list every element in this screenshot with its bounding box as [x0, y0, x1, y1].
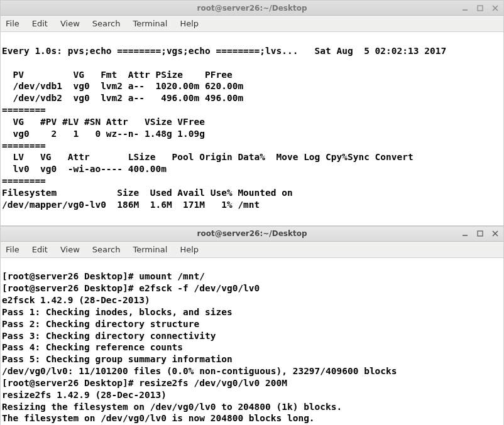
term-line: Resizing the filesystem on /dev/vg0/lv0 … — [2, 402, 342, 412]
maximize-icon[interactable] — [474, 3, 486, 13]
terminal-output-front[interactable]: [root@server26 Desktop]# umount /mnt/ [r… — [1, 258, 503, 426]
window-title-front: root@server26:~/Desktop — [1, 229, 503, 238]
close-icon[interactable] — [490, 3, 501, 13]
term-line: /dev/vdb2 vg0 lvm2 a-- 496.00m 496.00m — [2, 93, 243, 103]
term-line: Every 1.0s: pvs;echo ========;vgs;echo =… — [2, 46, 446, 56]
minimize-icon[interactable] — [459, 3, 471, 13]
term-line: PV VG Fmt Attr PSize PFree — [2, 70, 233, 80]
term-line: /dev/vg0/lv0: 11/101200 files (0.0% non-… — [2, 366, 397, 376]
term-line: VG #PV #LV #SN Attr VSize VFree — [2, 117, 205, 127]
menu-view[interactable]: View — [60, 245, 80, 254]
menu-file[interactable]: File — [6, 245, 19, 254]
svg-rect-1 — [478, 6, 483, 11]
term-line: /dev/vdb1 vg0 lvm2 a-- 1020.00m 620.00m — [2, 81, 243, 91]
term-line: ======== — [2, 141, 46, 151]
term-line: Pass 3: Checking directory connectivity — [2, 331, 216, 341]
term-line: [root@server26 Desktop]# umount /mnt/ — [2, 271, 205, 281]
close-icon[interactable] — [490, 229, 501, 239]
titlebar-front[interactable]: root@server26:~/Desktop — [1, 227, 503, 242]
menu-search[interactable]: Search — [92, 19, 121, 28]
term-line: Pass 1: Checking inodes, blocks, and siz… — [2, 307, 233, 317]
menu-search[interactable]: Search — [92, 245, 121, 254]
titlebar-back[interactable]: root@server26:~/Desktop — [1, 1, 503, 16]
maximize-icon[interactable] — [474, 229, 486, 239]
menubar-front: File Edit View Search Terminal Help — [1, 242, 503, 258]
term-line: ======== — [2, 176, 46, 186]
term-line: Pass 2: Checking directory structure — [2, 319, 199, 329]
terminal-output-back[interactable]: Every 1.0s: pvs;echo ========;vgs;echo =… — [1, 32, 503, 225]
term-line: LV VG Attr LSize Pool Origin Data% Move … — [2, 152, 414, 162]
menu-file[interactable]: File — [6, 19, 19, 28]
term-line: lv0 vg0 -wi-ao---- 400.00m — [2, 164, 167, 174]
term-line: [root@server26 Desktop]# e2fsck -f /dev/… — [2, 283, 260, 293]
menu-help[interactable]: Help — [180, 19, 199, 28]
menubar-back: File Edit View Search Terminal Help — [1, 16, 503, 32]
terminal-window-front: root@server26:~/Desktop File Edit View S… — [0, 226, 504, 426]
term-line: resize2fs 1.42.9 (28-Dec-2013) — [2, 390, 167, 400]
terminal-window-back: root@server26:~/Desktop File Edit View S… — [0, 0, 504, 226]
window-buttons-front — [459, 229, 501, 239]
term-line: Filesystem Size Used Avail Use% Mounted … — [2, 188, 293, 198]
svg-rect-5 — [478, 231, 483, 236]
term-line: Pass 5: Checking group summary informati… — [2, 354, 233, 364]
term-line: ======== — [2, 105, 46, 115]
term-line: Pass 4: Checking reference counts — [2, 342, 183, 352]
menu-terminal[interactable]: Terminal — [133, 245, 167, 254]
minimize-icon[interactable] — [459, 229, 471, 239]
menu-edit[interactable]: Edit — [32, 245, 48, 254]
term-line: vg0 2 1 0 wz--n- 1.48g 1.09g — [2, 129, 205, 139]
window-title-back: root@server26:~/Desktop — [1, 4, 503, 13]
window-buttons-back — [459, 3, 501, 13]
term-line: e2fsck 1.42.9 (28-Dec-2013) — [2, 295, 150, 305]
menu-view[interactable]: View — [60, 19, 80, 28]
menu-terminal[interactable]: Terminal — [133, 19, 167, 28]
menu-edit[interactable]: Edit — [32, 19, 48, 28]
term-line: The filesystem on /dev/vg0/lv0 is now 20… — [2, 413, 315, 423]
menu-help[interactable]: Help — [180, 245, 199, 254]
term-line: /dev/mapper/vg0-lv0 186M 1.6M 171M 1% /m… — [2, 200, 260, 210]
term-line: [root@server26 Desktop]# resize2fs /dev/… — [2, 378, 287, 388]
